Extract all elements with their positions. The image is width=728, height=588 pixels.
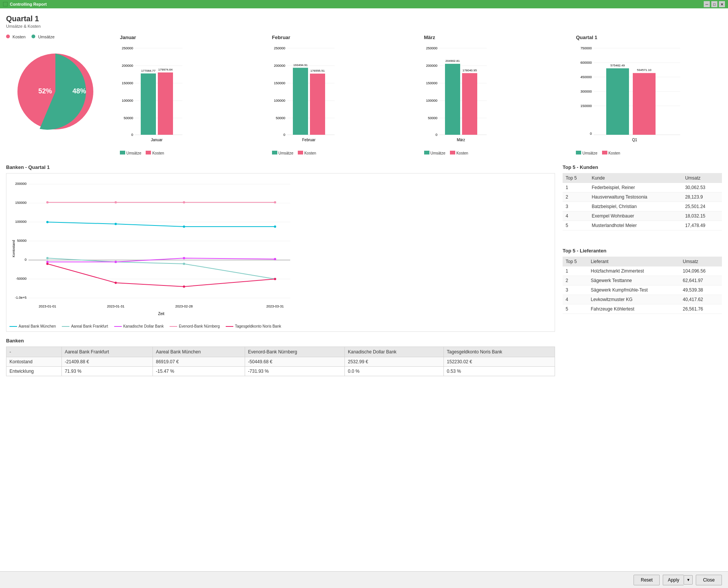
row-muenchen-entwicklung: -15.47 % [153,367,245,376]
top-section: Kosten Umsätze 52% 48% [6,35,722,155]
banken-chart-title: Banken - Quartal 1 [6,164,555,170]
svg-text:2023-03-31: 2023-03-31 [266,304,284,308]
quartal-umsatz-bar [606,68,629,135]
svg-point-94 [115,282,117,284]
line-aareal-muenchen [47,222,275,227]
minimize-button[interactable]: ─ [704,1,710,7]
svg-text:Januar: Januar [151,138,163,142]
table-row: 3 Batzbeispiel, Christian 25,501.24 [563,202,722,211]
svg-text:534571.10: 534571.10 [637,68,651,72]
svg-text:150000: 150000 [15,201,27,205]
svg-text:0: 0 [590,132,592,136]
lieferanten-value-2: 62,641.97 [680,276,722,285]
svg-text:250000: 250000 [122,46,133,50]
apply-button[interactable]: Apply [663,575,684,585]
umsaetze-pct-label: 52% [38,87,52,95]
row-kanadisch-kontostand: 2532.99 € [345,357,444,367]
maximize-button[interactable]: □ [711,1,717,7]
table-row: 4 Exempel Wohnbauer 18,032.15 [563,211,722,221]
lieferanten-name-2: Sägewerk Testtanne [588,276,680,285]
banken-col-evenord: Evenord-Bank Nürnberg [245,347,344,357]
svg-point-88 [274,258,276,260]
svg-point-92 [274,201,276,203]
januar-title: Januar [120,35,266,40]
kunden-value-5: 17,478.49 [682,221,722,230]
row-kanadisch-entwicklung: 0.0 % [345,367,444,376]
kunden-col-rank: Top 5 [563,173,589,183]
svg-text:179974.64: 179974.64 [158,68,173,71]
svg-text:0: 0 [25,258,27,262]
lieferanten-rank-3: 3 [563,285,588,295]
kunden-rank-3: 3 [563,202,589,211]
lieferanten-name-1: Holzfachmarkt Zimmertest [588,266,680,276]
svg-text:100000: 100000 [274,99,285,102]
row-evenord-entwicklung: -731.93 % [245,367,344,376]
maerz-chart: März 250000 200000 150000 100000 50000 0 [424,35,570,155]
legend-kanadische: Kanadische Dollar Bank [114,324,164,328]
left-section: Banken - Quartal 1 200000 150000 100000 … [6,164,555,376]
kunden-col-umsatz: Umsatz [682,173,722,183]
februar-umsatz-bar [293,68,308,135]
svg-text:600000: 600000 [580,61,592,65]
januar-umsatz-bar [141,74,156,135]
line-aareal-frankfurt [47,258,275,279]
bottom-section: Banken - Quartal 1 200000 150000 100000 … [6,164,722,376]
maerz-kosten-bar [462,73,477,135]
banken-col-noris: Tagesgeldkonto Noris Bank [443,347,555,357]
januar-kosten-bar [158,73,173,135]
svg-text:250000: 250000 [426,46,437,50]
kosten-dot [6,35,10,38]
februar-svg: 250000 200000 150000 100000 50000 0 [272,42,336,148]
kosten-pct-label: 48% [72,87,86,95]
svg-text:Februar: Februar [302,138,316,142]
table-row: 4 Levkowitzmuster KG 40,417.62 [563,295,722,304]
svg-point-77 [46,221,49,223]
lieferanten-value-1: 104,096.56 [680,266,722,276]
pie-legend-umsaetze: Umsätze [31,35,54,39]
svg-point-86 [115,261,117,263]
maerz-umsatz-bar [445,64,460,135]
svg-text:177064.77: 177064.77 [141,69,156,73]
svg-text:575462.49: 575462.49 [610,64,625,67]
svg-text:176555.51: 176555.51 [310,69,325,73]
row-frankfurt-kontostand: -21409.88 € [61,357,153,367]
main-content: Quartal 1 Umsätze & Kosten Kosten Umsätz… [0,8,728,571]
svg-text:750000: 750000 [580,46,592,50]
kunden-name-2: Hausverwaltung Testosonia [589,192,682,202]
lieferanten-name-3: Sägewerk Kumpfmühle-Test [588,285,680,295]
table-row: 2 Hausverwaltung Testosonia 28,123.9 [563,192,722,202]
apply-dropdown-arrow[interactable]: ▼ [684,575,693,585]
line-noris [47,264,275,287]
footer: Reset Apply ▼ Close [0,571,728,588]
close-button[interactable]: Close [696,575,722,585]
table-row: Entwicklung 71.93 % -15.47 % -731.93 % 0… [6,367,555,376]
window-controls: ─ □ ✕ [704,1,725,7]
pie-chart-svg: 52% 48% [6,42,105,141]
close-button[interactable]: ✕ [719,1,725,7]
lieferanten-rank-5: 5 [563,304,588,314]
svg-text:150000: 150000 [122,81,133,85]
banken-col-frankfurt: Aareal Bank Frankfurt [61,347,153,357]
row-muenchen-kontostand: 86919.07 € [153,357,245,367]
svg-point-78 [115,223,117,225]
svg-text:0: 0 [435,133,437,137]
lieferanten-name-4: Levkowitzmuster KG [588,295,680,304]
lieferanten-col-rank: Top 5 [563,257,588,266]
svg-point-95 [183,285,185,288]
kunden-rank-5: 5 [563,221,589,230]
page-subtitle: Umsätze & Kosten [6,24,722,28]
quartal-kosten-bar [633,73,656,135]
banken-table-title: Banken [6,338,555,344]
januar-legend: Umsätze Kosten [120,151,266,155]
svg-point-89 [46,201,49,203]
banken-col-muenchen: Aareal Bank München [153,347,245,357]
kunden-value-4: 18,032.15 [682,211,722,221]
top5-kunden-table: Top 5 Kunde Umsatz 1 Federbeispiel, Rein… [563,173,722,230]
lieferanten-rank-1: 1 [563,266,588,276]
svg-text:50000: 50000 [276,116,285,120]
kunden-value-2: 28,123.9 [682,192,722,202]
page-title: Quartal 1 [6,14,722,23]
reset-button[interactable]: Reset [634,575,660,585]
februar-title: Februar [272,35,418,40]
svg-point-80 [274,225,276,228]
